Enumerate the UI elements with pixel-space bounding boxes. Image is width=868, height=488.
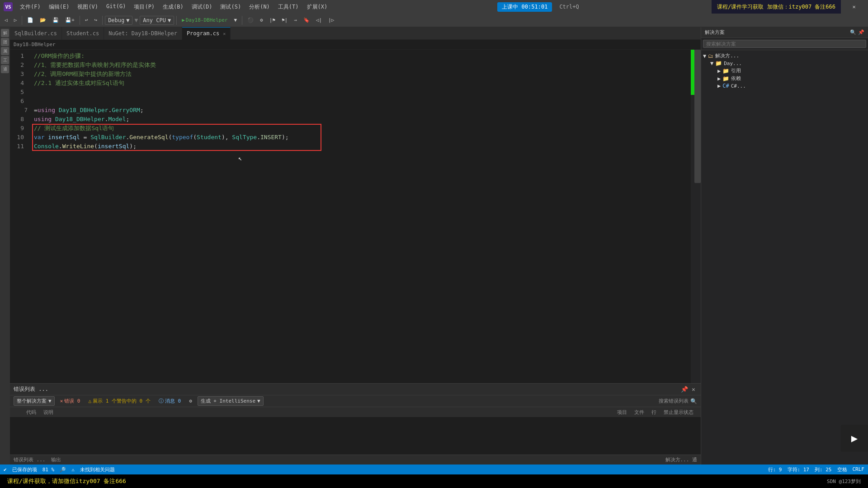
scrollbar[interactable]	[694, 50, 701, 383]
kw-var: var	[34, 133, 44, 142]
tree-dependencies[interactable]: ▶ 📁 依赖	[703, 75, 866, 82]
warning-icon: △	[89, 398, 92, 404]
menu-bar: 文件(F) 编辑(E) 视图(V) Git(G) 项目(P) 生成(B) 调试(…	[16, 2, 331, 12]
toolbar-redo[interactable]: ↪	[92, 16, 100, 24]
comment-2: //1、需要把数据库中表映射为程序的是实体类	[34, 61, 156, 70]
panel-pin[interactable]: 📌	[681, 386, 688, 393]
scope-dropdown[interactable]: 整个解决方案 ▼	[14, 396, 55, 406]
code-editor[interactable]: 1 2 3 4 5 6 7 8 9 10 11 //ORM操作的步骤:	[10, 50, 701, 383]
toolbar-back[interactable]: ◁	[2, 16, 10, 24]
status-indent: 空格	[837, 466, 847, 473]
sidebar-icon-5[interactable]: 通	[1, 65, 9, 73]
search-error-icon[interactable]: 🔍	[690, 398, 697, 404]
type-student: Student	[197, 133, 222, 142]
tree-refs[interactable]: ▶ 📁 引用	[703, 67, 866, 75]
ad-banner: 课程/课件获取，请加微信itzy007 备注666 SDN @123梦到	[0, 474, 868, 488]
line-num-7: 7	[14, 106, 30, 115]
toolbar-t5[interactable]: ◁|	[313, 16, 325, 24]
menu-edit[interactable]: 编辑(E)	[45, 2, 73, 12]
tab-nuget[interactable]: NuGet: Day18-DBHelper	[104, 27, 182, 40]
footer-tab-errors[interactable]: 错误列表 ...	[14, 456, 46, 463]
tab-program[interactable]: Program.cs ✕	[182, 27, 231, 40]
panel-close[interactable]: ✕	[690, 386, 697, 393]
line-num-5: 5	[10, 88, 27, 97]
toolbar-bookmark[interactable]: 🔖	[301, 16, 312, 24]
col-suppress: 禁止显示状态	[660, 409, 697, 416]
comment-1: //ORM操作的步骤:	[34, 52, 85, 61]
toolbar-breakpoint[interactable]: ⚫	[245, 16, 256, 24]
menu-tools[interactable]: 工具(T)	[274, 2, 302, 12]
comment-3: //2、调用ORM框架中提供的新增方法	[34, 70, 132, 79]
platform-dropdown[interactable]: Any CPU ▼	[140, 16, 174, 25]
solution-search-input[interactable]	[703, 40, 866, 48]
tree-project-arrow: ▼	[710, 60, 713, 66]
toolbar-undo[interactable]: ↩	[82, 16, 91, 24]
sidebar-icon-3[interactable]: 属	[1, 47, 9, 55]
menu-extend[interactable]: 扩展(X)	[303, 2, 331, 12]
toolbar-forward[interactable]: ▷	[11, 16, 20, 24]
menu-git[interactable]: Git(G)	[103, 2, 129, 12]
tree-refs-arrow: ▶	[717, 68, 721, 74]
tree-csharp[interactable]: ▶ C# C#...	[703, 82, 866, 89]
toolbar-t4[interactable]: ⇒	[291, 16, 300, 24]
menu-view[interactable]: 视图(V)	[74, 2, 102, 12]
tree-solution[interactable]: ▼ 🗂 解决方...	[703, 52, 866, 60]
close-button[interactable]: ✕	[844, 0, 864, 14]
solution-tree: ▼ 🗂 解决方... ▼ 📁 Day... ▶ 📁 引用 ▶ 📁	[701, 50, 868, 465]
col-row: 行	[648, 409, 660, 416]
toolbar-new[interactable]: 📄	[24, 16, 36, 24]
debug-mode-dropdown[interactable]: Debug ▼	[105, 16, 132, 25]
sp3	[44, 133, 48, 142]
warning-badge[interactable]: △ 展示 1 个警告中的 0 个	[86, 397, 153, 405]
tree-solution-icon: 🗂	[708, 53, 713, 59]
scrollbar-thumb[interactable]	[694, 50, 701, 183]
tree-solution-label: 解决方...	[715, 52, 739, 59]
tab-student-label: Student.cs	[66, 30, 99, 37]
info-badge[interactable]: ⓘ 消息 0	[156, 397, 184, 405]
right-panel-pin[interactable]: 📌	[858, 29, 864, 35]
kw-using1: using	[38, 106, 55, 115]
menu-analyze[interactable]: 分析(N)	[245, 2, 274, 12]
tree-project-label: Day...	[724, 61, 742, 66]
filter-btn[interactable]: ⚙	[186, 397, 195, 405]
sidebar-icon-4[interactable]: 工	[1, 56, 9, 64]
error-count-badge[interactable]: ✕ 错误 0	[57, 397, 83, 405]
type-sqlbuilder: SqlBuilder	[90, 133, 126, 142]
error-list-content	[10, 417, 701, 455]
breadcrumb-bar: Day18-DBHelper	[10, 40, 701, 50]
toolbar-more[interactable]: ▼	[231, 16, 240, 24]
toolbar-t1[interactable]: ⚙	[257, 16, 266, 24]
toolbar-t6[interactable]: |▷	[326, 16, 337, 24]
semi1: ;	[140, 106, 144, 115]
sidebar-icon-1[interactable]: 解	[1, 29, 9, 37]
footer-tab-output[interactable]: 输出	[51, 456, 61, 463]
line-num-2: 2	[10, 61, 27, 70]
tab-sqlbuilder[interactable]: SqlBuilder.cs	[10, 27, 62, 40]
status-col: 字符: 17	[788, 466, 810, 473]
toolbar-save[interactable]: 💾	[50, 16, 61, 24]
menu-debug[interactable]: 调试(D)	[188, 2, 216, 12]
menu-project[interactable]: 项目(P)	[130, 2, 158, 12]
code-content[interactable]: //ORM操作的步骤: //1、需要把数据库中表映射为程序的是实体类 //2、调…	[30, 50, 691, 383]
menu-build[interactable]: 生成(B)	[159, 2, 187, 12]
toolbar-open[interactable]: 📂	[37, 16, 49, 24]
tab-nuget-label: NuGet: Day18-DBHelper	[108, 30, 177, 37]
tree-project[interactable]: ▼ 📁 Day...	[703, 60, 866, 67]
tab-student[interactable]: Student.cs	[62, 27, 104, 40]
solution-panel-title: 解决方案	[705, 29, 725, 36]
sidebar-icon-2[interactable]: 团	[1, 38, 9, 46]
menu-test[interactable]: 测试(S)	[217, 2, 245, 12]
tab-program-close[interactable]: ✕	[223, 31, 226, 36]
toolbar-t3[interactable]: ⚑|	[279, 16, 290, 24]
toolbar-save-all[interactable]: 💾+	[62, 16, 77, 24]
id-insertsql: insertSql	[48, 133, 80, 142]
play-button-overlay[interactable]: ▶	[841, 425, 868, 452]
code-line-9: // 测试生成添加数据Sql语句	[34, 124, 687, 133]
build-source-dropdown[interactable]: 生成 + IntelliSense ▼	[198, 396, 264, 406]
paren1: (	[168, 133, 172, 142]
right-panel-search[interactable]: 🔍	[850, 29, 856, 35]
error-toolbar: 整个解决方案 ▼ ✕ 错误 0 △ 展示 1 个警告中的 0 个 ⓘ 消息 0 …	[10, 395, 701, 407]
run-button[interactable]: ▶ Day18-DBHelper	[179, 16, 230, 24]
toolbar-t2[interactable]: |⚑	[267, 16, 278, 24]
menu-file[interactable]: 文件(F)	[16, 2, 44, 12]
